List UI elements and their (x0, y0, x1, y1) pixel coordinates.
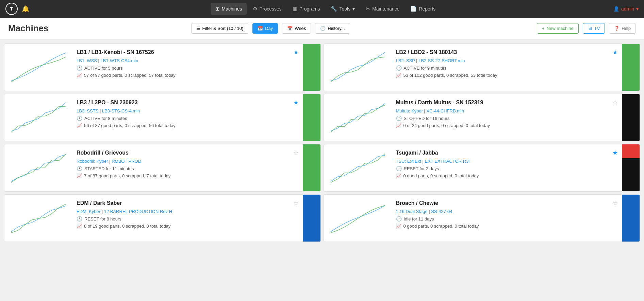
parts-icon: 📈 (77, 73, 82, 78)
parts-icon: 📈 (396, 123, 401, 128)
nav-programs[interactable]: ▦ Programs (288, 3, 325, 15)
card-link1[interactable]: 1:16 Dual Stage (396, 209, 428, 214)
help-button[interactable]: ❓ Help (609, 23, 636, 34)
machine-card-robodrill[interactable]: Robodrill / Grievous ☆ Robodrill: Kyber … (4, 144, 321, 192)
card-link1[interactable]: LB1: WSS (77, 58, 97, 63)
machine-card-lb1[interactable]: LB1 / LB1-Kenobi - SN 167526 ★ LB1: WSS … (4, 43, 321, 91)
status-text: Idle for 11 days (404, 216, 434, 222)
card-side-lb3 (303, 94, 320, 141)
tools-dropdown-icon: ▾ (352, 6, 355, 12)
card-link1[interactable]: LB2: SSP (396, 58, 415, 63)
card-side-lb2 (622, 44, 640, 91)
card-chart-lb1 (4, 44, 72, 91)
status-text: STOPPED for 16 hours (404, 116, 450, 121)
card-status: 🕐 STARTED for 11 minutes (77, 166, 299, 171)
day-icon: 📅 (258, 26, 263, 31)
card-link2[interactable]: LB1-WTS-CS4.min (101, 58, 138, 63)
star-button[interactable]: ☆ (293, 149, 299, 157)
card-info-multus: Multus / Darth Multus - SN 152319 ☆ Mult… (392, 94, 622, 141)
star-button[interactable]: ☆ (293, 199, 299, 207)
parts-icon: 📈 (396, 173, 401, 178)
page-header: Machines ☰ Filter & Sort (10 / 10) 📅 Day… (0, 18, 644, 39)
machine-card-tsugami[interactable]: Tsugami / Jabba ★ TSU: Ext Ext | EXT EXT… (324, 144, 640, 192)
card-status: 🕐 RESET for 2 days (396, 166, 618, 171)
card-parts: 📈 57 of 97 good parts, 0 scrapped, 57 to… (77, 73, 299, 78)
nav-machines[interactable]: ⊞ Machines (211, 3, 247, 15)
logo: T (5, 3, 18, 15)
status-icon: 🕐 (396, 166, 402, 171)
star-button[interactable]: ★ (612, 149, 618, 157)
card-link2[interactable]: 12 BARREL PRODUCTION Rev H (104, 209, 172, 214)
card-parts: 📈 0 good parts, 0 scrapped, 0 total toda… (396, 224, 618, 229)
tv-button[interactable]: 🖥 TV (583, 23, 605, 34)
card-links: LB2: SSP | LB2-SS-27-SHORT.min (396, 58, 618, 63)
star-button[interactable]: ★ (293, 99, 299, 106)
card-link2[interactable]: LB3-STS-CS-4.min (102, 108, 140, 113)
card-chart-lb2 (324, 44, 392, 91)
card-status: 🕐 ACTIVE for 9 minutes (396, 65, 618, 71)
tools-icon: 🔧 (331, 6, 337, 12)
card-link1[interactable]: EDM: Kyber (77, 209, 100, 214)
card-chart-broach (324, 195, 392, 242)
status-icon: 🕐 (77, 65, 82, 71)
card-info-lb3: LB3 / L3PO - SN 230923 ★ LB3: SSTS | LB3… (72, 94, 303, 141)
card-parts: 📈 53 of 102 good parts, 0 scrapped, 53 t… (396, 73, 618, 78)
nav-tools[interactable]: 🔧 Tools ▾ (326, 3, 360, 15)
status-text: STARTED for 11 minutes (84, 166, 134, 171)
machines-grid: LB1 / LB1-Kenobi - SN 167526 ★ LB1: WSS … (0, 39, 644, 246)
day-button[interactable]: 📅 Day (252, 23, 278, 34)
machine-card-lb3[interactable]: LB3 / L3PO - SN 230923 ★ LB3: SSTS | LB3… (4, 94, 321, 141)
card-link2[interactable]: ROBOT PROD (112, 159, 141, 164)
card-link1[interactable]: LB3: SSTS (77, 108, 98, 113)
navbar: T 🔔 ⊞ Machines ⚙ Processes ▦ Programs 🔧 … (0, 0, 644, 18)
card-link2[interactable]: LB2-SS-27-SHORT.min (418, 58, 465, 63)
parts-icon: 📈 (77, 173, 82, 178)
nav-processes[interactable]: ⚙ Processes (248, 3, 286, 15)
history-button[interactable]: 🕐 History... (315, 23, 350, 34)
card-chart-tsugami (324, 144, 392, 191)
card-info-broach: Broach / Chewie ☆ 1:16 Dual Stage | SS-4… (392, 195, 622, 242)
programs-icon: ▦ (293, 6, 297, 12)
filter-sort-button[interactable]: ☰ Filter & Sort (10 / 10) (191, 23, 249, 34)
card-links: LB1: WSS | LB1-WTS-CS4.min (77, 58, 299, 63)
status-icon: 🕐 (77, 216, 82, 222)
card-link1[interactable]: TSU: Ext Ext (396, 159, 421, 164)
machine-card-multus[interactable]: Multus / Darth Multus - SN 152319 ☆ Mult… (324, 94, 640, 141)
parts-text: 57 of 97 good parts, 0 scrapped, 57 tota… (84, 73, 176, 78)
card-link2[interactable]: SS-427-04 (431, 209, 452, 214)
star-button[interactable]: ★ (293, 49, 299, 56)
user-menu[interactable]: 👤 admin ▾ (613, 6, 639, 12)
star-button[interactable]: ☆ (612, 99, 618, 106)
status-text: ACTIVE for 8 minutes (84, 116, 127, 121)
machine-card-edm[interactable]: EDM / Dark Saber ☆ EDM: Kyber | 12 BARRE… (4, 194, 321, 242)
card-chart-edm (4, 195, 72, 242)
user-dropdown-icon: ▾ (636, 6, 639, 12)
machine-card-broach[interactable]: Broach / Chewie ☆ 1:16 Dual Stage | SS-4… (324, 194, 640, 242)
card-title-row: Robodrill / Grievous ☆ (77, 149, 299, 157)
card-title: LB1 / LB1-Kenobi - SN 167526 (77, 49, 154, 55)
nav-reports[interactable]: 📄 Reports (406, 3, 440, 15)
card-side-robodrill (303, 144, 320, 191)
week-button[interactable]: 📅 Week (282, 23, 311, 34)
card-side-tsugami (622, 144, 640, 191)
parts-text: 0 of 24 good parts, 0 scrapped, 0 total … (403, 123, 490, 128)
card-parts: 📈 7 of 87 good parts, 0 scrapped, 7 tota… (77, 173, 299, 178)
card-link1[interactable]: Multus: Kyber (396, 108, 423, 113)
status-text: RESET for 8 hours (84, 216, 121, 222)
card-status: 🕐 RESET for 8 hours (77, 216, 299, 222)
nav-maintenance[interactable]: ✂ Maintenance (361, 3, 404, 15)
card-status: 🕐 STOPPED for 16 hours (396, 116, 618, 121)
help-icon: ❓ (614, 26, 620, 31)
card-parts: 📈 0 of 24 good parts, 0 scrapped, 0 tota… (396, 123, 618, 128)
bell-icon[interactable]: 🔔 (22, 5, 29, 13)
card-link1[interactable]: Robodrill: Kyber (77, 159, 108, 164)
machine-card-lb2[interactable]: LB2 / LBD2 - SN 180143 ★ LB2: SSP | LB2-… (324, 43, 640, 91)
week-icon: 📅 (287, 26, 293, 31)
card-link2[interactable]: XC-44-CHFRB.min (427, 108, 464, 113)
card-info-lb1: LB1 / LB1-Kenobi - SN 167526 ★ LB1: WSS … (72, 44, 303, 91)
new-machine-button[interactable]: + New machine (537, 23, 578, 34)
card-link2[interactable]: EXT EXTRACTOR R3i (425, 159, 470, 164)
star-button[interactable]: ☆ (612, 199, 618, 207)
star-button[interactable]: ★ (612, 49, 618, 56)
card-links: TSU: Ext Ext | EXT EXTRACTOR R3i (396, 159, 618, 164)
